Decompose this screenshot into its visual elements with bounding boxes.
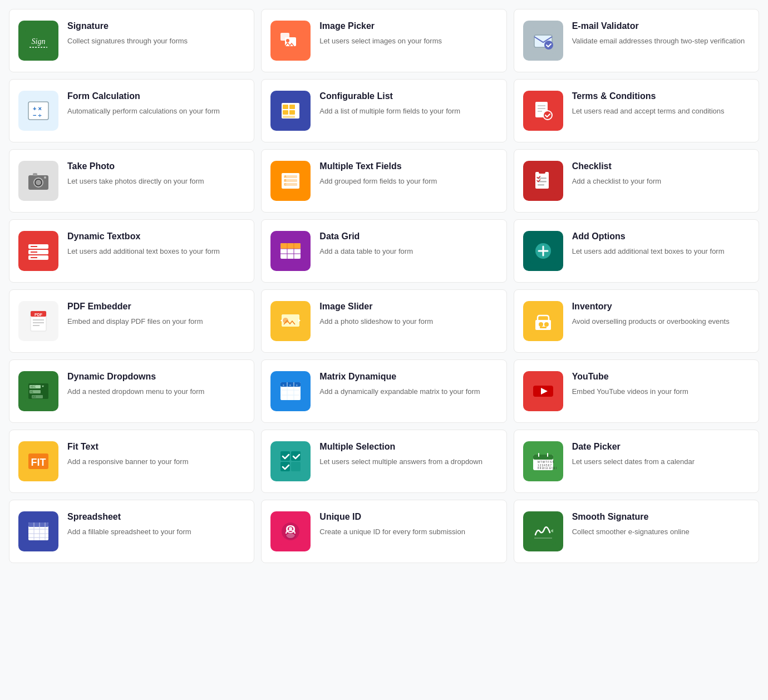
card-image-slider[interactable]: Image SliderAdd a photo slideshow to you… bbox=[261, 289, 506, 353]
card-desc-fit-text: Add a responsive banner to your form bbox=[67, 456, 245, 467]
card-text-configurable-list: Configurable ListAdd a list of multiple … bbox=[319, 91, 497, 116]
card-title-configurable-list: Configurable List bbox=[319, 91, 497, 102]
svg-text:A1: A1 bbox=[30, 390, 33, 393]
card-title-pdf-embedder: PDF Embedder bbox=[67, 301, 245, 313]
card-signature[interactable]: Sign SignatureCollect signatures through… bbox=[9, 9, 254, 72]
svg-point-30 bbox=[36, 180, 41, 185]
card-multiple-text-fields[interactable]: A B C Multiple Text FieldsAdd grouped fo… bbox=[261, 149, 506, 213]
card-desc-dynamic-textbox: Let users add additional text boxes to y… bbox=[67, 246, 245, 257]
svg-rect-112 bbox=[291, 462, 301, 471]
icon-dynamic-textbox bbox=[18, 231, 58, 271]
svg-rect-111 bbox=[280, 462, 290, 471]
card-title-form-calculation: Form Calculation bbox=[67, 91, 245, 102]
svg-point-32 bbox=[44, 176, 46, 179]
card-title-checklist: Checklist bbox=[572, 161, 750, 172]
card-text-signature: SignatureCollect signatures through your… bbox=[67, 21, 245, 46]
card-desc-matrix-dynamique: Add a dynamically expandable matrix to y… bbox=[319, 386, 497, 397]
card-dynamic-dropdowns[interactable]: ABC A1 A3 Dynamic DropdownsAdd a nested … bbox=[9, 359, 254, 423]
card-pdf-embedder[interactable]: PDF PDF EmbedderEmbed and display PDF fi… bbox=[9, 289, 254, 353]
icon-signature: Sign bbox=[18, 21, 58, 61]
icon-checklist bbox=[523, 161, 563, 201]
svg-point-80 bbox=[539, 322, 543, 327]
svg-point-81 bbox=[544, 322, 549, 327]
card-title-matrix-dynamique: Matrix Dynamique bbox=[319, 371, 497, 383]
svg-text:−  ÷: − ÷ bbox=[33, 112, 42, 119]
icon-terms-conditions bbox=[523, 91, 563, 131]
card-text-dynamic-dropdowns: Dynamic DropdownsAdd a nested dropdown m… bbox=[67, 371, 245, 397]
svg-text:+  ×: + × bbox=[33, 105, 42, 112]
icon-unique-id bbox=[270, 511, 311, 551]
card-dynamic-textbox[interactable]: Dynamic TextboxLet users add additional … bbox=[9, 219, 254, 283]
card-add-options[interactable]: Add OptionsLet users add additional text… bbox=[514, 219, 759, 283]
card-desc-multiple-text-fields: Add grouped form fields to your form bbox=[319, 176, 497, 187]
icon-take-photo bbox=[18, 161, 58, 201]
icon-inventory bbox=[523, 301, 563, 341]
card-text-data-grid: Data GridAdd a data table to your form bbox=[319, 231, 497, 257]
svg-rect-115 bbox=[533, 455, 553, 460]
card-desc-image-picker: Let users select images on your forms bbox=[319, 36, 497, 47]
svg-rect-19 bbox=[289, 110, 295, 115]
icon-matrix-dynamique: ≡ ≡ ≡ bbox=[270, 371, 311, 411]
card-youtube[interactable]: YouTubeEmbed YouTube videos in your form bbox=[514, 359, 759, 423]
card-text-take-photo: Take PhotoLet users take photos directly… bbox=[67, 161, 245, 186]
icon-youtube bbox=[523, 371, 563, 411]
card-take-photo[interactable]: Take PhotoLet users take photos directly… bbox=[9, 149, 254, 213]
card-matrix-dynamique[interactable]: ≡ ≡ ≡ Matrix DynamiqueAdd a dynamically … bbox=[261, 359, 506, 423]
card-text-youtube: YouTubeEmbed YouTube videos in your form bbox=[572, 371, 750, 397]
svg-rect-123 bbox=[28, 522, 48, 527]
svg-text:8  9 10 11 12 13 14: 8 9 10 11 12 13 14 bbox=[538, 467, 557, 470]
card-form-calculation[interactable]: + × − ÷ Form CalculationAutomatically pe… bbox=[9, 79, 254, 142]
icon-email-validator bbox=[523, 21, 563, 61]
card-title-dynamic-dropdowns: Dynamic Dropdowns bbox=[67, 371, 245, 383]
svg-rect-43 bbox=[539, 171, 545, 174]
card-desc-image-slider: Add a photo slideshow to your form bbox=[319, 316, 497, 327]
card-checklist[interactable]: ChecklistAdd a checklist to your form bbox=[514, 149, 759, 213]
card-text-inventory: InventoryAvoid overselling products or o… bbox=[572, 301, 750, 327]
svg-rect-46 bbox=[538, 184, 544, 186]
card-title-terms-conditions: Terms & Conditions bbox=[572, 91, 750, 102]
card-desc-pdf-embedder: Embed and display PDF files on your form bbox=[67, 316, 245, 327]
card-desc-terms-conditions: Let users read and accept terms and cond… bbox=[572, 106, 750, 117]
svg-text:FIT: FIT bbox=[31, 457, 46, 468]
card-data-grid[interactable]: Data GridAdd a data table to your form bbox=[261, 219, 506, 283]
card-smooth-signature[interactable]: Smooth SignatureCollect smoother e-signa… bbox=[514, 500, 759, 563]
svg-text:C: C bbox=[284, 183, 287, 186]
card-text-form-calculation: Form CalculationAutomatically perform ca… bbox=[67, 91, 245, 116]
card-image-picker[interactable]: Image PickerLet users select images on y… bbox=[261, 9, 506, 72]
card-title-email-validator: E-mail Validator bbox=[572, 21, 750, 32]
card-fit-text[interactable]: FIT Fit TextAdd a responsive banner to y… bbox=[9, 430, 254, 493]
card-title-inventory: Inventory bbox=[572, 301, 750, 313]
svg-rect-18 bbox=[283, 110, 288, 115]
card-desc-signature: Collect signatures through your forms bbox=[67, 36, 245, 47]
card-title-spreadsheet: Spreadsheet bbox=[67, 511, 245, 523]
card-spreadsheet[interactable]: SpreadsheetAdd a fillable spreadsheet to… bbox=[9, 500, 254, 563]
card-desc-configurable-list: Add a list of multiple form fields to yo… bbox=[319, 106, 497, 117]
icon-image-picker bbox=[270, 21, 311, 61]
icon-smooth-signature bbox=[523, 511, 563, 551]
card-desc-data-grid: Add a data table to your form bbox=[319, 246, 497, 257]
card-multiple-selection[interactable]: Multiple SelectionLet users select multi… bbox=[261, 430, 506, 493]
card-text-image-slider: Image SliderAdd a photo slideshow to you… bbox=[319, 301, 497, 327]
card-date-picker[interactable]: M T W T F S S 1 2 3 4 5 6 7 8 9 10 11 12… bbox=[514, 430, 759, 493]
card-text-image-picker: Image PickerLet users select images on y… bbox=[319, 21, 497, 46]
card-text-smooth-signature: Smooth SignatureCollect smoother e-signa… bbox=[572, 511, 750, 537]
card-configurable-list[interactable]: Configurable ListAdd a list of multiple … bbox=[261, 79, 506, 142]
card-desc-spreadsheet: Add a fillable spreadsheet to your form bbox=[67, 526, 245, 538]
card-desc-date-picker: Let users select dates from a calendar bbox=[572, 456, 750, 467]
card-text-unique-id: Unique IDCreate a unique ID for every fo… bbox=[319, 511, 497, 537]
card-email-validator[interactable]: E-mail ValidatorValidate email addresses… bbox=[514, 9, 759, 72]
svg-point-133 bbox=[289, 527, 292, 530]
icon-date-picker: M T W T F S S 1 2 3 4 5 6 7 8 9 10 11 12… bbox=[523, 441, 563, 481]
card-unique-id[interactable]: Unique IDCreate a unique ID for every fo… bbox=[261, 500, 506, 563]
svg-rect-17 bbox=[289, 105, 295, 109]
card-terms-conditions[interactable]: Terms & ConditionsLet users read and acc… bbox=[514, 79, 759, 142]
card-title-date-picker: Date Picker bbox=[572, 441, 750, 453]
svg-text:Sign: Sign bbox=[32, 37, 46, 46]
card-title-take-photo: Take Photo bbox=[67, 161, 245, 172]
card-inventory[interactable]: InventoryAvoid overselling products or o… bbox=[514, 289, 759, 353]
card-text-spreadsheet: SpreadsheetAdd a fillable spreadsheet to… bbox=[67, 511, 245, 537]
icon-image-slider bbox=[270, 301, 311, 341]
card-title-data-grid: Data Grid bbox=[319, 231, 497, 243]
card-text-email-validator: E-mail ValidatorValidate email addresses… bbox=[572, 21, 750, 46]
icon-spreadsheet bbox=[18, 511, 58, 551]
